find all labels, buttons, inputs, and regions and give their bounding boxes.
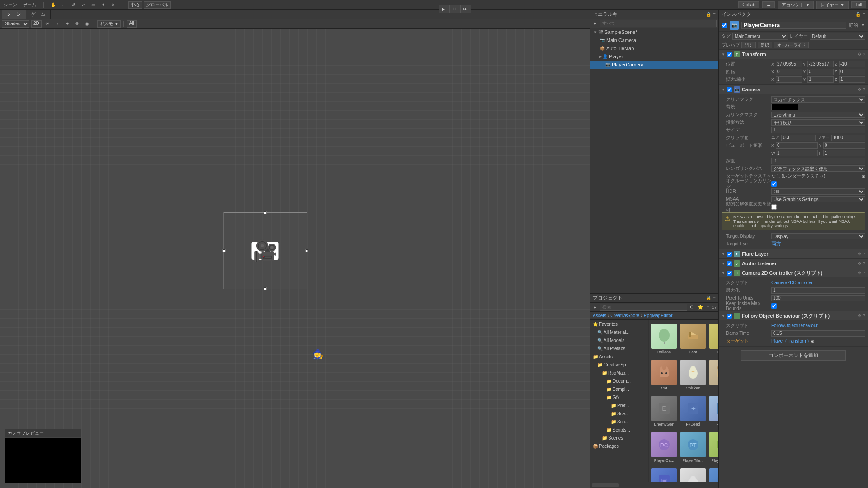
project-icon-btn-2[interactable]: ⭐: [697, 305, 704, 310]
asset-playercat[interactable]: PC PlayerCa...: [651, 430, 678, 465]
sidebar-favorites[interactable]: ⭐Favorites: [590, 320, 648, 328]
asset-boat[interactable]: Boat: [679, 322, 707, 356]
transform-settings-icon[interactable]: ⚙: [858, 52, 861, 56]
pos-z-input[interactable]: [839, 61, 865, 67]
asset-player[interactable]: 👤 Player: [708, 394, 718, 428]
asset-scenesele[interactable]: ▣ SceneSele...: [651, 466, 678, 482]
rotate-tool[interactable]: ↺: [69, 1, 77, 9]
cloud-btn[interactable]: ☁: [762, 1, 775, 8]
scale-z-input[interactable]: [839, 76, 865, 83]
step-button[interactable]: ⏭: [460, 5, 471, 13]
follow-object-header[interactable]: ▼ F Follow Object Behaviour (スクリプト) ⚙ ?: [719, 311, 868, 320]
near-input[interactable]: [781, 135, 816, 141]
breadcrumb-rpgmapeditor[interactable]: RpgMapEditor: [644, 313, 673, 318]
flare-help-icon[interactable]: ?: [863, 252, 865, 256]
sidebar-scenes[interactable]: 📁Scenes: [590, 434, 648, 442]
project-lock-icon[interactable]: 🔒: [706, 296, 711, 300]
breadcrumb-creativespore[interactable]: CreativeSpore: [610, 313, 639, 318]
pos-y-input[interactable]: [807, 61, 834, 67]
audio-settings-icon[interactable]: ⚙: [858, 261, 861, 266]
layer-btn[interactable]: レイヤー ▼: [816, 1, 849, 9]
camera-header[interactable]: ▼ 📷 Camera ⚙ ?: [719, 85, 868, 94]
flare-settings-icon[interactable]: ⚙: [858, 252, 861, 256]
vp-w-input[interactable]: [776, 150, 818, 156]
sidebar-sce[interactable]: 📁Sce...: [590, 409, 648, 418]
asset-enemygen[interactable]: E EnemyGen: [651, 394, 678, 428]
hierarchy-add-btn[interactable]: +: [592, 21, 598, 26]
camera-settings-icon[interactable]: ⚙: [858, 87, 861, 92]
project-add-btn[interactable]: +: [592, 305, 598, 310]
move-tool[interactable]: ↔: [59, 1, 67, 9]
custom-tool[interactable]: ✕: [109, 1, 117, 9]
transform-enable-checkbox[interactable]: [727, 52, 732, 57]
hierarchy-search[interactable]: [600, 20, 717, 27]
center-btn[interactable]: 中心: [128, 1, 142, 9]
culling-mask-select[interactable]: Everything: [771, 112, 865, 118]
go-active-checkbox[interactable]: [722, 23, 727, 28]
asset-playertou[interactable]: PT PlayerTou...: [708, 430, 718, 465]
static-dropdown-icon[interactable]: ▼: [861, 23, 865, 28]
light-icon[interactable]: ☀: [43, 20, 52, 28]
camera2d-max-input[interactable]: [771, 287, 865, 294]
asset-fxdead[interactable]: ✦ FxDead: [679, 394, 707, 428]
rot-z-input[interactable]: [839, 69, 865, 75]
go-name-input[interactable]: [741, 22, 846, 29]
project-search[interactable]: [600, 304, 687, 311]
shaded-select[interactable]: Shaded: [2, 20, 29, 28]
camera-selection-box[interactable]: 🎥: [223, 212, 307, 289]
camera-help-icon[interactable]: ?: [863, 87, 865, 92]
sidebar-packages[interactable]: 📦Packages: [590, 442, 648, 450]
target-picker-icon[interactable]: ◉: [811, 339, 814, 343]
scene-view-icon[interactable]: 👁: [73, 20, 81, 28]
rot-x-input[interactable]: [776, 69, 802, 75]
rect-tool[interactable]: ▭: [89, 1, 97, 9]
background-color[interactable]: [771, 104, 798, 110]
pause-button[interactable]: ⏸: [449, 5, 460, 13]
scale-x-input[interactable]: [776, 76, 802, 83]
asset-playertile[interactable]: PT PlayerTile...: [679, 430, 707, 465]
scene-tab[interactable]: シーン: [2, 2, 19, 8]
hierarchy-item-playercamera[interactable]: 📷 PlayerCamera: [590, 61, 718, 69]
add-component-btn[interactable]: コンポーネントを追加: [741, 350, 846, 361]
occlusion-checkbox[interactable]: [771, 181, 777, 187]
project-icon-btn-3[interactable]: ≡: [706, 305, 710, 310]
scale-tool[interactable]: ⤢: [79, 1, 87, 9]
damp-time-input[interactable]: [771, 330, 865, 337]
camera2d-header[interactable]: ▼ C Camera 2D Controller (スクリプト) ⚙ ?: [719, 268, 868, 277]
tall-btn[interactable]: Tall: [851, 1, 866, 8]
camera2d-script-value[interactable]: Camera2DController: [771, 280, 813, 285]
global-btn[interactable]: グローバル: [144, 1, 171, 9]
prefab-select-btn[interactable]: 選択: [758, 42, 772, 48]
sidebar-assets[interactable]: 📁Assets: [590, 352, 648, 361]
audio-help-icon[interactable]: ?: [863, 261, 865, 266]
hdr-select[interactable]: Off: [771, 188, 865, 195]
asset-cat[interactable]: Cat: [651, 358, 678, 392]
asset-size-slider[interactable]: [592, 483, 619, 487]
vp-y-input[interactable]: [823, 142, 865, 149]
gizmo-btn[interactable]: ギズモ ▼: [97, 20, 121, 28]
hierarchy-item-maincamera[interactable]: 📷 Main Camera: [590, 36, 718, 44]
hierarchy-lock-icon[interactable]: 🔒: [706, 12, 711, 17]
vp-h-input[interactable]: [823, 150, 865, 156]
hierarchy-item-autotilemap[interactable]: 📦 AutoTileMap: [590, 44, 718, 52]
collab-btn[interactable]: Collab: [738, 1, 759, 8]
tab-game[interactable]: ゲーム: [26, 10, 51, 19]
camera-icon-btn[interactable]: ◉: [83, 20, 91, 28]
fx-icon[interactable]: ✦: [63, 20, 71, 28]
audio-listener-header[interactable]: ▼ ♪ Audio Listener ⚙ ?: [719, 259, 868, 268]
size-input[interactable]: [771, 127, 865, 133]
play-button[interactable]: ▶: [439, 5, 449, 13]
target-value[interactable]: Player (Transform): [771, 338, 809, 343]
project-menu-icon[interactable]: ≡: [713, 296, 716, 300]
target-display-select[interactable]: Display 1: [771, 233, 865, 239]
account-btn[interactable]: アカウント ▼: [778, 1, 814, 9]
msaa-select[interactable]: Use Graphics Settings: [771, 196, 865, 202]
clear-flags-select[interactable]: スカイボックス: [771, 96, 865, 103]
transform-header[interactable]: ▼ T Transform ⚙ ?: [719, 50, 868, 59]
allow-dynamic-checkbox[interactable]: [771, 204, 777, 210]
render-path-select[interactable]: グラフィックス設定を使用: [771, 165, 865, 172]
target-texture-picker-icon[interactable]: ◉: [862, 174, 865, 178]
asset-chicken[interactable]: Chicken: [679, 358, 707, 392]
camera2d-settings-icon[interactable]: ⚙: [858, 271, 861, 275]
hierarchy-item-samplescene[interactable]: ▼ 🎬 SampleScene*: [590, 28, 718, 36]
